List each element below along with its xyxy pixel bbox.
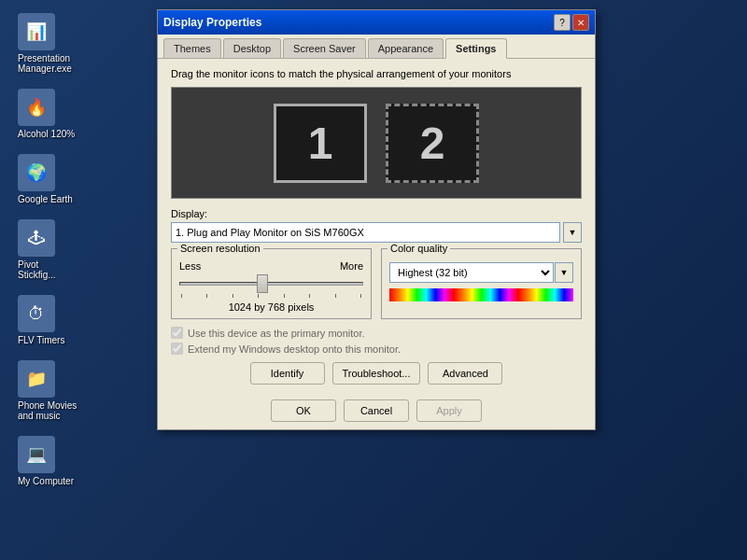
color-quality-arrow[interactable]: ▼ [555, 262, 573, 283]
monitor-1-number: 1 [308, 118, 333, 169]
tick-4 [258, 294, 259, 298]
tick-1 [181, 294, 182, 298]
instruction-text: Drag the monitor icons to match the phys… [171, 68, 582, 79]
resolution-slider-container [179, 274, 363, 293]
desktop-icon-pivot[interactable]: 🕹 PivotStickfig... [5, 216, 126, 284]
my-computer-label: My Computer [8, 476, 74, 486]
extend-desktop-label: Extend my Windows desktop onto this moni… [188, 343, 401, 355]
pivot-label: PivotStickfig... [8, 259, 56, 280]
help-button[interactable]: ? [554, 14, 571, 31]
resolution-slider-thumb[interactable] [257, 274, 268, 293]
extend-desktop-checkbox[interactable] [171, 343, 183, 355]
tick-5 [284, 294, 285, 298]
primary-monitor-label: Use this device as the primary monitor. [188, 328, 365, 339]
display-section: Display: 1. Plug and Play Monitor on SiS… [171, 208, 582, 243]
alcohol-label: Alcohol 120% [8, 129, 75, 139]
desktop-icon-my-computer[interactable]: 💻 My Computer [5, 432, 126, 490]
resolution-labels: Less More [179, 260, 363, 272]
tab-appearance[interactable]: Appearance [368, 38, 444, 58]
tab-desktop[interactable]: Desktop [223, 38, 281, 58]
screen-resolution-title: Screen resolution [177, 243, 263, 254]
action-buttons: Identify Troubleshoot... Advanced [171, 362, 582, 385]
desktop-icon-google-earth[interactable]: 🌍 Google Earth [5, 150, 126, 208]
title-bar: Display Properties ? ✕ [158, 10, 595, 35]
resolution-value: 1024 by 768 pixels [179, 301, 363, 313]
phone-movies-label: Phone Moviesand music [8, 400, 77, 421]
color-quality-select[interactable]: Highest (32 bit) [389, 262, 554, 283]
phone-movies-icon: 📁 [18, 360, 55, 398]
slider-ticks [179, 294, 363, 298]
alcohol-icon: 🔥 [18, 89, 55, 126]
display-properties-dialog: Display Properties ? ✕ Themes Desktop Sc… [157, 9, 596, 430]
tick-2 [206, 294, 207, 298]
tab-bar: Themes Desktop Screen Saver Appearance S… [158, 35, 595, 59]
tick-3 [233, 294, 233, 298]
color-quality-title: Color quality [388, 243, 450, 254]
ok-cancel-buttons: OK Cancel Apply [158, 399, 595, 429]
tick-6 [309, 294, 310, 298]
display-dropdown[interactable]: 1. Plug and Play Monitor on SiS M760GX [171, 222, 560, 243]
desktop-icon-presentation[interactable]: 📊 PresentationManager.exe [5, 9, 126, 77]
desktop-icon-flv[interactable]: ⏱ FLV Timers [5, 291, 126, 349]
monitor-2-number: 2 [420, 118, 445, 169]
extend-desktop-checkbox-row: Extend my Windows desktop onto this moni… [171, 343, 582, 355]
apply-button[interactable]: Apply [416, 399, 482, 422]
desktop-icon-alcohol[interactable]: 🔥 Alcohol 120% [5, 85, 126, 143]
troubleshoot-button[interactable]: Troubleshoot... [332, 362, 421, 385]
identify-button[interactable]: Identify [250, 362, 325, 385]
resolution-slider-track [179, 282, 363, 286]
color-bar [389, 288, 573, 301]
monitor-area: 1 2 [171, 87, 582, 199]
tick-7 [335, 294, 336, 298]
monitor-2-icon[interactable]: 2 [386, 104, 479, 183]
dialog-title: Display Properties [163, 16, 261, 29]
my-computer-icon: 💻 [18, 436, 55, 473]
title-bar-buttons: ? ✕ [554, 14, 589, 31]
desktop-icon-phone-movies[interactable]: 📁 Phone Moviesand music [5, 357, 126, 425]
display-label: Display: [171, 208, 582, 219]
display-dropdown-row: 1. Plug and Play Monitor on SiS M760GX ▼ [171, 222, 582, 243]
display-dropdown-arrow[interactable]: ▼ [563, 222, 582, 243]
primary-monitor-checkbox[interactable] [171, 327, 183, 339]
two-column-section: Screen resolution Less More [171, 248, 582, 319]
tab-screen-saver[interactable]: Screen Saver [283, 38, 366, 58]
advanced-button[interactable]: Advanced [428, 362, 502, 385]
more-label: More [340, 260, 363, 272]
flv-icon: ⏱ [18, 295, 55, 332]
pivot-icon: 🕹 [18, 219, 55, 257]
tab-settings[interactable]: Settings [445, 38, 506, 59]
desktop-icons: 📊 PresentationManager.exe 🔥 Alcohol 120%… [0, 0, 149, 560]
dialog-content: Drag the monitor icons to match the phys… [158, 59, 595, 399]
tick-8 [360, 294, 361, 298]
flv-label: FLV Timers [8, 335, 64, 345]
google-earth-icon: 🌍 [18, 154, 55, 191]
presentation-label: PresentationManager.exe [8, 53, 72, 74]
tab-themes[interactable]: Themes [163, 38, 221, 58]
monitor-1-icon[interactable]: 1 [274, 104, 367, 183]
presentation-icon: 📊 [18, 13, 55, 50]
desktop: 📊 PresentationManager.exe 🔥 Alcohol 120%… [0, 0, 747, 560]
color-quality-group: Color quality Highest (32 bit) ▼ [381, 248, 582, 319]
screen-resolution-group: Screen resolution Less More [171, 248, 372, 319]
color-quality-dropdown-row: Highest (32 bit) ▼ [389, 262, 573, 283]
cancel-button[interactable]: Cancel [344, 399, 409, 422]
less-label: Less [179, 260, 201, 272]
google-earth-label: Google Earth [8, 194, 73, 204]
close-button[interactable]: ✕ [572, 14, 589, 31]
ok-button[interactable]: OK [271, 399, 336, 422]
primary-monitor-checkbox-row: Use this device as the primary monitor. [171, 327, 582, 339]
